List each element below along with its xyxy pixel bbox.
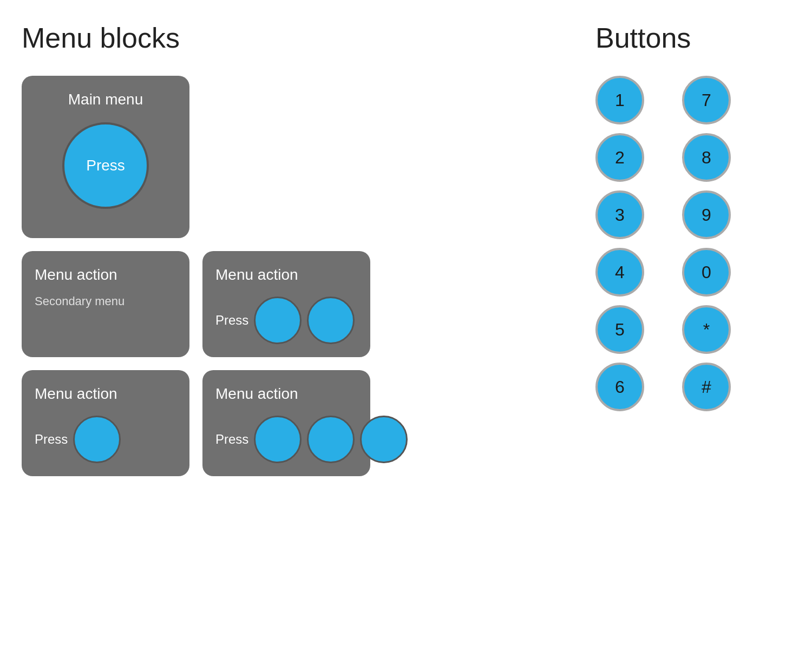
numpad-button-8[interactable]: 8	[682, 133, 731, 182]
menu-action-4-title: Menu action	[215, 385, 298, 403]
numpad-button-hash[interactable]: #	[682, 363, 731, 411]
menu-action-4-btn-3[interactable]	[360, 416, 408, 463]
menu-action-2-press-row: Press	[215, 297, 355, 344]
menu-action-1-title: Menu action	[35, 266, 117, 284]
right-section: Buttons 172839405*6#	[585, 22, 790, 476]
menu-action-1-subtitle: Secondary menu	[35, 294, 125, 308]
menu-action-2-btn-1[interactable]	[254, 297, 302, 344]
page-layout: Menu blocks Main menu Press Menu action …	[22, 22, 790, 476]
menu-action-3-block: Menu action Press	[22, 370, 189, 476]
menu-action-1-block: Menu action Secondary menu	[22, 251, 189, 357]
numpad-button-5[interactable]: 5	[595, 305, 644, 354]
numpad-button-1[interactable]: 1	[595, 76, 644, 124]
numpad-button-star[interactable]: *	[682, 305, 731, 354]
empty-top-right	[202, 76, 370, 238]
menu-action-4-block: Menu action Press	[202, 370, 370, 476]
menu-action-2-title: Menu action	[215, 266, 298, 284]
buttons-grid: 172839405*6#	[595, 76, 747, 411]
menu-action-2-press-label: Press	[215, 313, 248, 328]
main-menu-block: Main menu Press	[22, 76, 189, 238]
menu-action-4-press-row: Press	[215, 416, 408, 463]
numpad-button-9[interactable]: 9	[682, 190, 731, 239]
main-menu-press-label: Press	[86, 157, 125, 174]
numpad-button-0[interactable]: 0	[682, 248, 731, 297]
numpad-button-2[interactable]: 2	[595, 133, 644, 182]
menu-action-4-press-label: Press	[215, 432, 248, 447]
menu-blocks-grid: Main menu Press Menu action Secondary me…	[22, 76, 574, 476]
main-menu-press-button[interactable]: Press	[62, 122, 149, 209]
menu-blocks-title: Menu blocks	[22, 22, 574, 54]
menu-action-4-btn-2[interactable]	[307, 416, 355, 463]
menu-action-3-press-row: Press	[35, 416, 121, 463]
main-menu-title: Main menu	[68, 91, 143, 108]
buttons-title: Buttons	[595, 22, 790, 54]
menu-action-3-btn-1[interactable]	[73, 416, 121, 463]
menu-action-2-btn-2[interactable]	[307, 297, 355, 344]
numpad-button-7[interactable]: 7	[682, 76, 731, 124]
numpad-button-4[interactable]: 4	[595, 248, 644, 297]
menu-action-4-btn-1[interactable]	[254, 416, 302, 463]
menu-action-3-press-label: Press	[35, 432, 68, 447]
numpad-button-6[interactable]: 6	[595, 363, 644, 411]
menu-action-3-title: Menu action	[35, 385, 117, 403]
numpad-button-3[interactable]: 3	[595, 190, 644, 239]
left-section: Menu blocks Main menu Press Menu action …	[22, 22, 585, 476]
menu-action-2-block: Menu action Press	[202, 251, 370, 357]
